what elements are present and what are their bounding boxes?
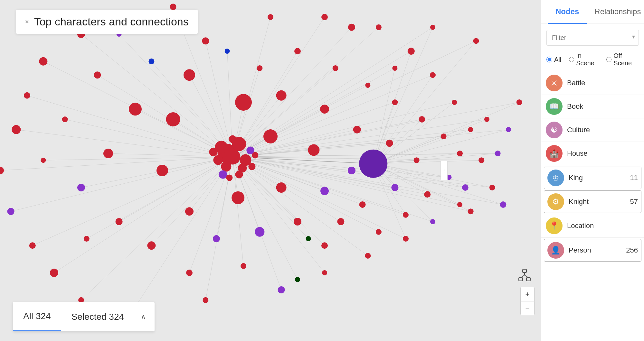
title-card: × Top characters and connections [16, 10, 198, 34]
node-item-location[interactable]: 📍Location [541, 214, 644, 238]
sidebar: Nodes Relationships ▾ All In Scene Off S… [541, 0, 644, 341]
node-label-knight: Knight [569, 198, 626, 206]
node-icon-culture: ☯ [546, 122, 563, 138]
node-label-culture: Culture [567, 126, 639, 134]
node-icon-person: 👤 [547, 242, 564, 259]
radio-group: All In Scene Off Scene [541, 49, 644, 71]
node-icon-location: 📍 [546, 217, 563, 234]
node-item-culture[interactable]: ☯Culture [541, 118, 644, 142]
node-icon-knight: ⚙ [547, 193, 564, 210]
radio-off-scene-label: Off Scene [613, 52, 639, 67]
node-icon-house: 🏰 [546, 145, 563, 162]
map-controls: + − [520, 287, 535, 315]
radio-all[interactable]: All [546, 56, 561, 63]
node-item-house[interactable]: 🏰House [541, 142, 644, 165]
zoom-in-button[interactable]: + [520, 287, 535, 301]
svg-line-4 [521, 275, 525, 278]
svg-line-5 [525, 275, 528, 278]
graph-canvas [0, 0, 541, 341]
bottom-bar: All 324 Selected 324 ∧ [13, 302, 155, 331]
zoom-out-button[interactable]: − [520, 301, 535, 315]
radio-off-scene[interactable]: Off Scene [606, 52, 639, 67]
radio-in-scene-label: In Scene [576, 52, 599, 67]
tab-bar: Nodes Relationships [541, 0, 644, 24]
hierarchy-icon[interactable] [516, 267, 533, 283]
close-button[interactable]: × [25, 18, 29, 25]
selected-count-label: Selected 324 [71, 312, 124, 322]
collapse-button[interactable]: ∧ [134, 302, 152, 331]
node-label-book: Book [567, 102, 639, 111]
svg-rect-2 [526, 278, 530, 281]
filter-icon: ▾ [632, 33, 635, 40]
node-list: ⚔Battle📖Book☯Culture🏰House♔King11⚙Knight… [541, 71, 644, 341]
node-count-knight: 57 [630, 198, 638, 206]
all-count-label: All 324 [23, 311, 51, 321]
filter-input[interactable] [546, 30, 639, 46]
graph-area[interactable]: × Top characters and connections All 324… [0, 0, 541, 341]
svg-rect-0 [523, 269, 526, 272]
node-item-book[interactable]: 📖Book [541, 95, 644, 118]
node-item-person[interactable]: 👤Person256 [544, 239, 641, 262]
graph-title: Top characters and connections [34, 15, 189, 28]
node-count-king: 11 [630, 174, 638, 182]
node-label-battle: Battle [567, 79, 639, 87]
all-section[interactable]: All 324 [13, 302, 61, 331]
node-item-king[interactable]: ♔King11 [544, 167, 641, 189]
node-icon-king: ♔ [547, 170, 564, 186]
node-item-knight[interactable]: ⚙Knight57 [544, 190, 641, 213]
node-label-location: Location [567, 222, 639, 230]
tab-relationships[interactable]: Relationships [587, 0, 644, 24]
node-item-battle[interactable]: ⚔Battle [541, 71, 644, 95]
radio-in-scene[interactable]: In Scene [569, 52, 599, 67]
selected-section: Selected 324 [61, 302, 134, 331]
filter-container: ▾ [541, 24, 644, 49]
node-icon-battle: ⚔ [546, 75, 563, 91]
radio-all-label: All [554, 56, 561, 63]
node-label-king: King [569, 174, 626, 182]
node-count-person: 256 [626, 246, 638, 254]
node-icon-book: 📖 [546, 98, 563, 115]
node-label-house: House [567, 149, 639, 158]
tab-nodes[interactable]: Nodes [548, 0, 587, 24]
svg-rect-1 [519, 278, 523, 281]
node-label-person: Person [569, 246, 621, 254]
sidebar-toggle[interactable]: ⋮ [440, 161, 448, 180]
